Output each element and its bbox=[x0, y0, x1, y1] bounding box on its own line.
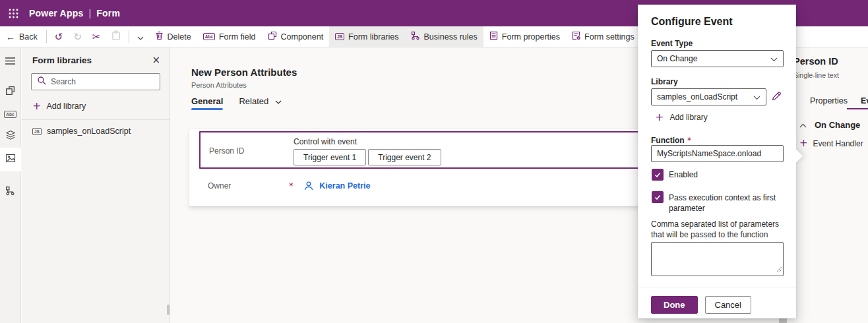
form-libraries-button[interactable]: JS Form libraries bbox=[329, 26, 404, 47]
search-icon bbox=[37, 76, 46, 88]
add-event-handler-button[interactable]: + Event Handler bbox=[799, 138, 863, 148]
layers-icon bbox=[5, 130, 16, 143]
plus-icon: + bbox=[32, 101, 41, 111]
business-rules-icon bbox=[5, 186, 15, 198]
canvas-scrollbar[interactable] bbox=[779, 318, 787, 323]
component-icon bbox=[268, 31, 277, 42]
rail-item-tree-view[interactable] bbox=[0, 125, 21, 148]
hamburger-icon bbox=[5, 55, 15, 67]
library-search-box[interactable] bbox=[31, 73, 160, 90]
form-field-icon: Abc bbox=[4, 111, 16, 118]
control-with-event-label: Control with event bbox=[294, 137, 357, 146]
search-input[interactable] bbox=[51, 77, 143, 86]
chevron-up-icon bbox=[799, 119, 807, 131]
back-button[interactable]: ← Back bbox=[0, 26, 44, 47]
required-asterisk: * bbox=[687, 136, 691, 145]
business-rules-icon bbox=[411, 31, 420, 42]
trigger-event-2-button[interactable]: Trigger event 2 bbox=[368, 149, 441, 165]
parameters-label: Comma separated list of parameters that … bbox=[651, 219, 787, 240]
component-icon bbox=[5, 86, 15, 98]
panel-scrollbar[interactable] bbox=[167, 305, 170, 315]
component-button[interactable]: Component bbox=[262, 26, 330, 47]
required-asterisk: * bbox=[289, 181, 293, 191]
app-launcher-waffle-icon[interactable] bbox=[0, 0, 26, 26]
form-properties-icon bbox=[489, 31, 498, 42]
page-title: Form bbox=[96, 8, 120, 18]
parameters-textarea-wrap bbox=[651, 242, 784, 276]
dialog-footer: Done Cancel bbox=[638, 287, 796, 314]
form-properties-button[interactable]: Form properties bbox=[483, 26, 566, 47]
configure-event-dialog: Configure Event Event Type On Change Lib… bbox=[638, 5, 796, 318]
on-change-section-header[interactable]: On Change bbox=[799, 119, 860, 131]
paste-icon bbox=[111, 30, 121, 43]
trash-icon bbox=[155, 31, 164, 42]
toolbar-divider bbox=[129, 30, 129, 43]
chevron-down-icon bbox=[137, 31, 144, 43]
redo-button[interactable]: ↻ bbox=[68, 26, 87, 47]
edit-library-button[interactable] bbox=[771, 90, 782, 104]
title-separator: | bbox=[88, 8, 91, 18]
form-libraries-panel: Form libraries × + Add library JS sample… bbox=[22, 47, 170, 323]
form-libraries-icon: JS bbox=[335, 33, 344, 40]
business-rules-button[interactable]: Business rules bbox=[405, 26, 483, 47]
checked-checkbox-icon[interactable] bbox=[652, 191, 664, 203]
add-library-button[interactable]: + Add library bbox=[32, 101, 159, 111]
plus-icon: + bbox=[655, 112, 664, 123]
undo-icon: ↺ bbox=[55, 32, 63, 42]
clipboard-dropdown-button[interactable] bbox=[132, 26, 149, 47]
rail-item-form-libraries[interactable] bbox=[0, 148, 21, 171]
person-icon bbox=[303, 181, 314, 191]
form-field-button[interactable]: Abc Form field bbox=[197, 26, 262, 47]
owner-value-link[interactable]: Kieran Petrie bbox=[319, 181, 370, 191]
owner-label: Owner bbox=[208, 181, 231, 191]
chevron-down-icon bbox=[770, 53, 778, 65]
js-file-icon: JS bbox=[32, 128, 42, 135]
toolbar-divider bbox=[46, 30, 47, 43]
cut-icon: ✂ bbox=[92, 32, 101, 42]
resize-handle[interactable] bbox=[776, 263, 782, 275]
pencil-icon bbox=[771, 92, 782, 103]
form-name: New Person Attributes bbox=[191, 67, 297, 78]
form-field-icon: Abc bbox=[203, 33, 215, 40]
rail-item-business-rules[interactable] bbox=[0, 181, 21, 203]
rail-item-form-fields[interactable]: Abc bbox=[0, 103, 21, 125]
product-name[interactable]: Power Apps bbox=[29, 8, 83, 18]
tab-general[interactable]: General bbox=[191, 96, 223, 110]
selected-field-type: Single-line text bbox=[793, 71, 839, 79]
panel-title: Form libraries bbox=[32, 55, 92, 65]
pass-context-label: Pass execution context as first paramete… bbox=[669, 191, 778, 214]
field-label: Person ID bbox=[209, 146, 244, 156]
checked-checkbox-icon[interactable] bbox=[652, 169, 664, 181]
function-label: Function * bbox=[651, 134, 691, 146]
events-tab-underline bbox=[847, 108, 868, 109]
tab-related[interactable]: Related bbox=[239, 96, 281, 110]
rail-item-components[interactable] bbox=[0, 80, 21, 103]
dialog-add-library-button[interactable]: + Add library bbox=[655, 112, 708, 123]
plus-icon: + bbox=[799, 138, 808, 148]
pass-context-checkbox-row[interactable]: Pass execution context as first paramete… bbox=[652, 191, 778, 214]
delete-button[interactable]: Delete bbox=[149, 26, 197, 47]
event-type-label: Event Type bbox=[651, 39, 693, 48]
event-type-dropdown[interactable]: On Change bbox=[651, 50, 784, 67]
form-entity-name: Person Attributes bbox=[191, 81, 247, 89]
undo-button[interactable]: ↺ bbox=[49, 26, 69, 47]
form-settings-icon bbox=[572, 31, 580, 42]
close-icon[interactable]: × bbox=[152, 55, 160, 65]
chevron-down-icon bbox=[753, 91, 760, 103]
menu-toggle-button[interactable] bbox=[0, 50, 21, 73]
cut-button[interactable]: ✂ bbox=[87, 26, 106, 47]
form-tabs: General Related bbox=[191, 96, 282, 110]
done-button[interactable]: Done bbox=[651, 296, 698, 314]
enabled-checkbox-row[interactable]: Enabled bbox=[652, 169, 698, 181]
library-list-item[interactable]: JS samples_onLoadScript bbox=[22, 120, 170, 142]
function-input[interactable] bbox=[651, 145, 784, 162]
paste-button[interactable] bbox=[106, 26, 126, 47]
form-libraries-image-icon bbox=[5, 154, 16, 165]
library-dropdown[interactable]: samples_onLoadScript bbox=[651, 88, 766, 105]
chevron-down-icon bbox=[275, 96, 282, 106]
form-settings-button[interactable]: Form settings bbox=[566, 26, 640, 47]
parameters-textarea[interactable] bbox=[652, 243, 783, 276]
library-label: Library bbox=[651, 77, 678, 86]
cancel-button[interactable]: Cancel bbox=[705, 296, 751, 314]
trigger-event-1-button[interactable]: Trigger event 1 bbox=[294, 149, 366, 165]
